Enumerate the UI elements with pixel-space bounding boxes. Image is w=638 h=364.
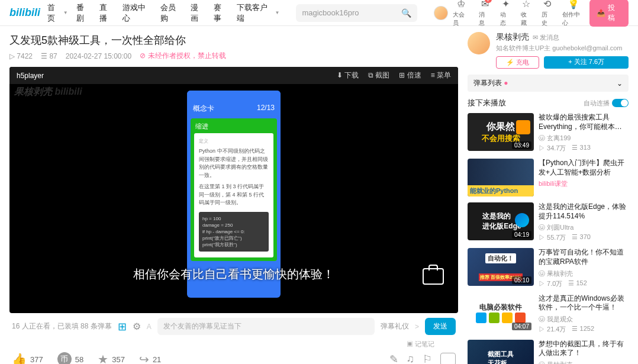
upload-date: 2024-02-27 15:00:00 <box>66 52 131 60</box>
download-btn[interactable]: ⬇ 下载 <box>337 70 359 80</box>
video-player[interactable]: h5player ⬇ 下载 ⧉ 截图 ⊞ 倍速 ≡ 菜单 果核剥壳 bilibi… <box>9 67 458 313</box>
bot-icon[interactable] <box>440 353 456 364</box>
watermark: 果核剥壳 bilibili <box>14 86 82 98</box>
send-danmaku-button[interactable]: 发送 <box>425 318 456 335</box>
reco-item[interactable]: 自动化！推荐 百倍效率200%05:10 万事皆可自动化！你不知道的宝藏RPA软… <box>468 248 629 288</box>
reco-item[interactable]: 截图工具天花板 梦想中的截图工具，终于有人做出来了！ⓤ 果核剥壳 <box>468 340 629 364</box>
up-next-header: 接下来播放 自动连播 <box>468 98 629 108</box>
follow-button[interactable]: + 关注 7.6万 <box>544 56 629 69</box>
nav-anime[interactable]: 番剧 <box>76 2 91 24</box>
nav-match[interactable]: 赛事 <box>214 2 228 24</box>
search-input[interactable] <box>302 8 401 17</box>
uploader-info: 果核剥壳✉ 发消息 知名软件博主UP主 guohebokel@gmail.com… <box>468 31 629 75</box>
favorite-button[interactable]: ★357 <box>98 352 125 364</box>
creator-icon[interactable]: 💡创作中心 <box>562 0 585 27</box>
coin-button[interactable]: 币58 <box>57 352 83 364</box>
view-count: ▷ 7422 <box>9 52 33 60</box>
nav-vip[interactable]: 会员购 <box>160 2 183 24</box>
reco-item[interactable]: 这是我的进化版Edge04:19 这是我的进化版Edge，体验提升114.514… <box>468 202 629 242</box>
vip-icon[interactable]: ♔大会员 <box>453 0 470 27</box>
danmaku-list-toggle[interactable]: 弹幕列表 ● ⌄ <box>468 75 629 92</box>
watching-count: 16 人正在看，已装填 88 条弹幕 <box>12 321 112 331</box>
nav-download[interactable]: 下载客户端▼ <box>237 2 279 24</box>
charge-button[interactable]: ⚡ 充电 <box>496 56 539 69</box>
video-actions: 👍377 币58 ★357 ↪21 ✎ ♫ ⚐ <box>9 349 458 364</box>
nav-manga[interactable]: 漫画 <box>191 2 205 24</box>
chevron-down-icon: ⌄ <box>617 79 623 88</box>
reco-item[interactable]: 能就业的Python 【Python入门到牛】爬虫开发+人工智能+数据分析bil… <box>468 159 629 197</box>
message-icon[interactable]: ✉1消息 <box>479 0 490 27</box>
danmaku-input[interactable]: 发个友善的弹幕见证当下 <box>157 318 375 335</box>
nav-live[interactable]: 直播 <box>99 2 114 24</box>
player-topbar: h5player ⬇ 下载 ⧉ 截图 ⊞ 倍速 ≡ 菜单 <box>9 67 458 84</box>
video-title: 又发现5款神级工具，一次性全部给你 <box>9 33 458 47</box>
user-icons: ♔大会员 ✉1消息 ✦动态 ☆收藏 ⟲历史 💡创作中心 <box>453 0 585 27</box>
list-icon[interactable]: ♫ <box>407 353 415 364</box>
uploader-avatar[interactable] <box>468 32 490 54</box>
video-meta: ▷ 7422 ☰ 87 2024-02-27 15:00:00 ⊘ 未经作者授权… <box>9 51 458 61</box>
nav-game[interactable]: 游戏中心 <box>123 2 152 24</box>
send-message[interactable]: ✉ 发消息 <box>533 34 559 41</box>
video-subtitle: 相信你会有比自己看书更愉快的体验！ <box>9 266 458 282</box>
player-name: h5player <box>17 72 44 80</box>
flag-icon[interactable]: ⚐ <box>423 353 432 364</box>
user-avatar[interactable] <box>434 6 447 20</box>
uploader-sig: 知名软件博主UP主 guohebokel@gmail.com <box>496 44 629 53</box>
danmaku-etiquette[interactable]: 弹幕礼仪 <box>381 321 409 331</box>
copyright-notice: ⊘ 未经作者授权，禁止转载 <box>140 51 225 61</box>
danmaku-count: ☰ 87 <box>41 52 57 60</box>
screenshot-btn[interactable]: ⧉ 截图 <box>368 70 389 80</box>
tv-icon <box>423 268 444 285</box>
autoplay-toggle[interactable] <box>612 99 629 107</box>
logo[interactable]: bilibili <box>9 7 40 19</box>
search-icon[interactable]: 🔍 <box>401 8 411 18</box>
menu-btn[interactable]: ≡ 菜单 <box>431 70 451 80</box>
nav-home[interactable]: 首页▼ <box>47 2 68 24</box>
uploader-name[interactable]: 果核剥壳 <box>496 32 529 41</box>
note-link[interactable]: ▣ 记笔记 <box>9 340 458 349</box>
upload-button[interactable]: 📤 投稿 <box>589 0 629 27</box>
dynamic-icon[interactable]: ✦动态 <box>500 0 511 27</box>
nav-links: 首页▼ 番剧 直播 游戏中心 会员购 漫画 赛事 下载客户端▼ <box>47 2 279 24</box>
fav-icon[interactable]: ☆收藏 <box>521 0 532 27</box>
share-button[interactable]: ↪21 <box>139 352 161 364</box>
danmaku-bar: 16 人正在看，已装填 88 条弹幕 ⊞ ⚙ A 发个友善的弹幕见证当下 弹幕礼… <box>9 313 458 340</box>
search-box[interactable]: 🔍 <box>296 4 417 22</box>
like-button[interactable]: 👍377 <box>12 352 43 364</box>
edit-icon[interactable]: ✎ <box>389 353 398 364</box>
top-nav: bilibili 首页▼ 番剧 直播 游戏中心 会员购 漫画 赛事 下载客户端▼… <box>0 0 638 26</box>
danmaku-toggle-icon[interactable]: ⊞ <box>118 320 127 333</box>
history-icon[interactable]: ⟲历史 <box>542 0 553 27</box>
danmaku-settings-icon[interactable]: ⚙ <box>133 321 141 332</box>
reco-item[interactable]: 你果然不会用搜索03:49 被吹爆的最强搜索工具Everything，你可能根本… <box>468 113 629 153</box>
reco-item[interactable]: 电脑必装软件04:07 这才是真正的Windows必装软件，一个比一个牛逼！ⓤ … <box>468 294 629 334</box>
speed-btn[interactable]: ⊞ 倍速 <box>399 70 421 80</box>
